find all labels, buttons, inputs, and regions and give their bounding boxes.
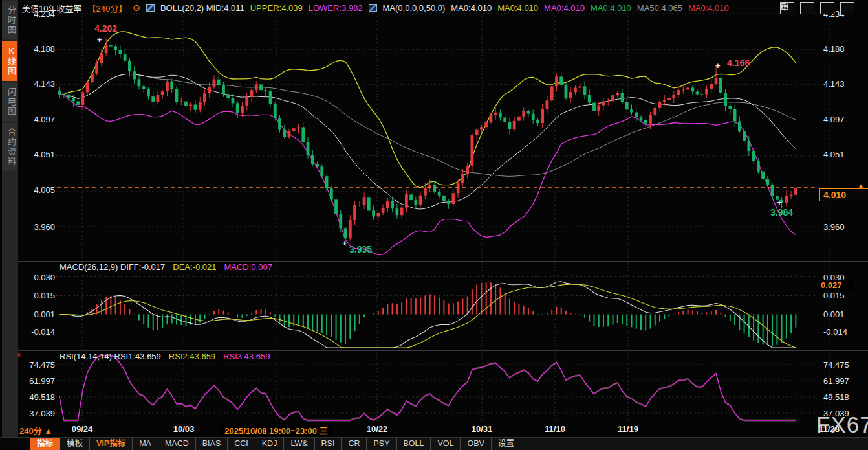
swing-low-marker: + xyxy=(342,240,347,247)
bottom-toolbar: 指标模板VIP指标MAMACDBIASCCIKDJLW&RSICRPSYBOLL… xyxy=(0,437,868,450)
bottom-tab-7[interactable]: KDJ xyxy=(255,438,285,450)
header-item-11: MA0:4.010 xyxy=(544,3,585,13)
bottom-tab-2[interactable]: VIP指标 xyxy=(90,438,133,450)
macd-header: MACD(26,12,9) DIFF:-0.017DEA:-0.021MACD:… xyxy=(60,262,272,272)
swing-low-marker: + xyxy=(777,199,782,206)
crosshair-date-box: 2025/10/08 19:00~23:00 三 xyxy=(220,423,332,438)
y-label-macd-right: 0.001 xyxy=(823,309,845,319)
bottom-tab-13[interactable]: VOL xyxy=(431,438,461,450)
y-label-macd: -0.014 xyxy=(21,327,55,337)
y-label-macd: 0.030 xyxy=(21,273,55,282)
y-label-macd: 0.001 xyxy=(21,309,55,319)
y-label-rsi-right: 74.475 xyxy=(823,360,849,370)
rsi-value-0: RSI(14,14,14) RSI1:43.659 xyxy=(60,352,161,361)
bottom-tab-15[interactable]: 设置 xyxy=(492,438,521,450)
header-item-1: 【240分】 xyxy=(87,2,127,14)
last-price-tag: 4.010 xyxy=(819,188,868,201)
toolbar-lead-block xyxy=(0,438,30,450)
header-item-0: 美债10年收益率 xyxy=(22,2,81,14)
bottom-tab-1[interactable]: 模板 xyxy=(60,438,90,450)
rsi-value-1: RSI2:43.659 xyxy=(169,352,215,361)
rsi-header: RSI(14,14,14) RSI1:43.659RSI2:43.659RSI3… xyxy=(60,352,270,361)
watermark: FX678 xyxy=(816,412,868,438)
sidebar-item-flash-chart[interactable]: 闪电图 xyxy=(2,83,17,121)
x-label-2: 10/22 xyxy=(367,424,388,434)
y-label-rsi: 74.475 xyxy=(21,360,55,370)
bottom-tab-12[interactable]: BOLL xyxy=(397,438,431,450)
macd-value-0: MACD(26,12,9) DIFF:-0.017 xyxy=(60,262,165,272)
y-label-rsi: 61.997 xyxy=(21,376,55,386)
y-label-macd-right: -0.014 xyxy=(823,327,847,337)
y-label-main-right: 4.097 xyxy=(823,115,845,124)
swing-high-label: 4.166 xyxy=(727,58,750,68)
header-item-13: MA50:4.065 xyxy=(637,3,682,13)
header-item-12: MA0:4.010 xyxy=(591,3,631,13)
x-label-4: 11/10 xyxy=(545,424,565,434)
y-label-macd-right: 0.015 xyxy=(823,291,845,300)
rsi-value-2: RSI3:43.659 xyxy=(223,352,270,361)
swing-high-marker: + xyxy=(97,37,102,43)
header-item-10: MA0:4.010 xyxy=(497,3,538,13)
bottom-tab-5[interactable]: BIAS xyxy=(196,438,228,450)
y-label-main: 4.188 xyxy=(21,44,55,54)
expand-chart-icon[interactable] xyxy=(820,2,834,14)
window-icons xyxy=(780,2,854,14)
header-item-8: MA(0,0,0,0,50,0) xyxy=(383,3,446,13)
y-label-main-right: 4.188 xyxy=(823,44,845,54)
macd-current-value: 0.027 xyxy=(821,280,854,291)
x-label-1: 10/03 xyxy=(173,424,195,434)
y-label-main-right: 4.143 xyxy=(823,79,845,89)
y-label-main: 4.143 xyxy=(21,79,55,89)
indicator-chart-icon xyxy=(369,4,377,12)
swing-high-marker: + xyxy=(715,63,721,69)
price-arrow-icon: ▲ xyxy=(858,182,864,189)
sidebar-item-contract-info[interactable]: 合约资料 xyxy=(2,123,17,171)
header-item-5: UPPER:4.039 xyxy=(250,3,303,13)
header-item-6: LOWER:3.982 xyxy=(309,3,363,13)
header-item-14: MA0:4.010 xyxy=(688,3,729,13)
x-label-5: 11/19 xyxy=(618,424,638,434)
sidebar-item-timeline-chart[interactable]: 分时图 xyxy=(2,1,17,39)
header-item-9: MA0:4.010 xyxy=(451,3,492,13)
y-label-main-right: 3.960 xyxy=(823,222,845,232)
y-label-rsi: 37.039 xyxy=(21,409,55,418)
compress-chart-icon[interactable] xyxy=(800,2,814,14)
bottom-tab-0[interactable]: 指标 xyxy=(30,438,60,450)
y-label-main: 4.051 xyxy=(21,150,55,159)
macd-value-2: MACD:0.007 xyxy=(224,262,272,272)
x-label-3: 10/31 xyxy=(472,424,493,434)
y-label-main: 4.005 xyxy=(21,185,55,195)
y-label-rsi-right: 49.518 xyxy=(823,392,849,402)
x-axis: 240分 ▲ 2025/10/08 19:00~23:00 三 09/2410/… xyxy=(0,422,868,437)
bottom-tab-4[interactable]: MACD xyxy=(158,438,196,450)
bottom-tab-10[interactable]: CR xyxy=(342,438,367,450)
indicator-chart-icon xyxy=(146,4,155,12)
y-label-main-right: 4.051 xyxy=(823,150,845,159)
bottom-tab-11[interactable]: PSY xyxy=(367,438,396,450)
sidebar-item-candlestick-chart[interactable]: K线图 xyxy=(2,41,17,81)
bottom-tab-3[interactable]: MA xyxy=(133,438,158,450)
swing-low-label: 3.935 xyxy=(349,244,372,254)
y-label-macd: 0.015 xyxy=(21,291,55,300)
bottom-tab-6[interactable]: CCI xyxy=(228,438,255,450)
y-label-rsi-right: 61.997 xyxy=(823,376,849,386)
y-label-main: 3.960 xyxy=(21,222,55,232)
bottom-tab-8[interactable]: LW& xyxy=(284,438,314,450)
trading-app: 分时图 K线图 闪电图 合约资料 美债10年收益率【240分】⊖BOLL(20,… xyxy=(0,0,868,450)
period-selector[interactable]: 240分 ▲ xyxy=(19,424,52,436)
y-label-main: 4.097 xyxy=(21,115,55,124)
sidebar: 分时图 K线图 闪电图 合约资料 xyxy=(0,0,18,450)
y-label-rsi: 49.518 xyxy=(21,392,55,402)
macd-value-1: DEA:-0.021 xyxy=(173,262,216,272)
shift-chart-icon[interactable] xyxy=(840,2,854,14)
bottom-tab-9[interactable]: RSI xyxy=(315,438,342,450)
swing-low-label: 3.984 xyxy=(770,207,793,218)
collapse-icon[interactable]: ⊖ xyxy=(133,3,140,12)
bottom-tab-14[interactable]: OBV xyxy=(461,438,491,450)
indicator-header: 美债10年收益率【240分】⊖BOLL(20,2) MID:4.011UPPER… xyxy=(22,2,729,14)
swing-high-label: 4.202 xyxy=(94,23,117,34)
x-label-0: 09/24 xyxy=(72,424,93,434)
header-item-4: BOLL(20,2) MID:4.011 xyxy=(160,3,244,13)
